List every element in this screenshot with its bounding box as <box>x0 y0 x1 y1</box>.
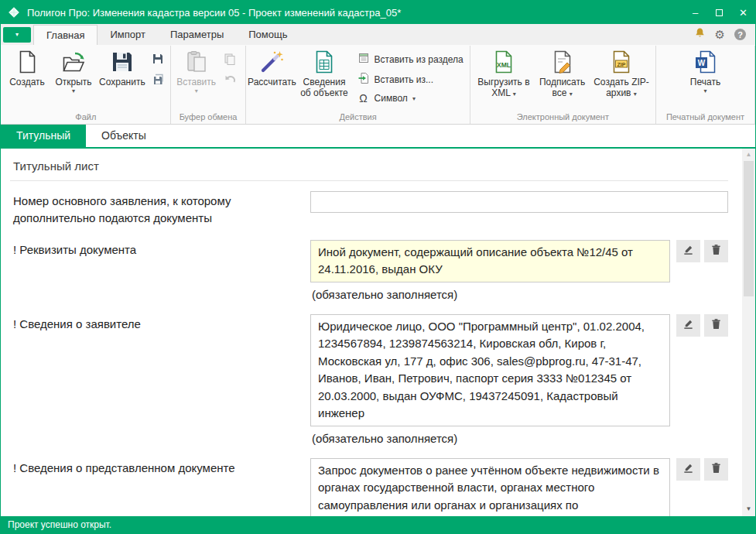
omega-icon: Ω <box>357 92 370 104</box>
document-requisites-value[interactable]: Иной документ, содержащий описание объек… <box>310 240 670 282</box>
content-area: Титульный лист Номер основного заявления… <box>1 149 755 516</box>
ribbon-group-file: Создать Открыть▾ Сохранить <box>2 46 171 124</box>
minimize-button[interactable]: – <box>683 1 707 24</box>
delete-applicant-info-button[interactable] <box>704 314 728 337</box>
save-copy-icon <box>152 74 164 88</box>
window-controls: – ✕ <box>683 1 755 24</box>
applicant-info-value[interactable]: Юридическое лицо, ООО "Программный центр… <box>310 314 670 426</box>
field-label: ! Сведения о представленном документе <box>10 458 310 517</box>
print-button[interactable]: W Печать▾ <box>682 46 729 112</box>
svg-text:W: W <box>697 59 705 67</box>
window-title: Полигон Про: Изменения кадастра версии 0… <box>27 7 401 19</box>
scroll-up-icon[interactable]: ▲ <box>742 151 755 158</box>
pencil-edit-icon <box>682 244 694 258</box>
save-as-button[interactable] <box>149 52 166 67</box>
magic-wand-icon <box>259 50 284 74</box>
edit-document-requisites-button[interactable] <box>676 240 700 262</box>
vertical-scrollbar[interactable]: ▲ ▼ <box>742 149 755 516</box>
form-row-applicant-info: ! Сведения о заявителе Юридическое лицо,… <box>10 314 728 445</box>
svg-text:ZIP: ZIP <box>617 62 626 67</box>
field-label: ! Реквизиты документа <box>10 240 310 301</box>
maximize-button[interactable] <box>707 1 731 24</box>
trash-icon <box>710 318 722 332</box>
ribbon: Создать Открыть▾ Сохранить <box>1 45 755 125</box>
object-info-button[interactable]: Сведения об объекте <box>295 46 353 112</box>
open-button[interactable]: Открыть▾ <box>50 46 97 112</box>
dropdown-arrow-icon: ▾ <box>176 88 216 94</box>
delete-document-requisites-button[interactable] <box>704 240 728 262</box>
form-row-document-requisites: ! Реквизиты документа Иной документ, сод… <box>10 240 728 301</box>
chevron-down-icon: ▾ <box>15 31 19 38</box>
insert-from-icon <box>357 72 370 87</box>
app-menu-button[interactable]: ▾ <box>3 27 31 43</box>
settings-gear-icon[interactable]: ⚙ <box>715 29 725 40</box>
close-button[interactable]: ✕ <box>731 1 755 24</box>
insert-from-button[interactable]: Вставить из... <box>357 72 464 87</box>
copy-icon <box>224 53 236 67</box>
dropdown-arrow-icon: ▾ <box>634 91 637 98</box>
symbol-button[interactable]: Ω Символ ▾ <box>357 92 464 104</box>
field-label: Номер основного заявления, к которому до… <box>10 191 310 227</box>
trash-icon <box>710 462 722 476</box>
notifications-bell-icon[interactable] <box>694 27 706 42</box>
zip-archive-icon: ZIP <box>609 50 634 74</box>
group-caption-actions: Действия <box>248 112 467 124</box>
scroll-down-icon[interactable]: ▼ <box>742 505 755 512</box>
trash-icon <box>710 244 722 258</box>
save-as-icon <box>152 53 164 67</box>
save-copy-button[interactable] <box>149 73 166 88</box>
tab-help[interactable]: Помощь <box>236 25 299 45</box>
undo-arrow-icon <box>224 74 236 88</box>
dropdown-arrow-icon: ▾ <box>412 95 416 102</box>
scrollbar-thumb[interactable] <box>744 161 754 296</box>
object-info-document-icon <box>312 50 337 74</box>
create-zip-button[interactable]: ZIP Создать ZIP-архив ▾ <box>590 46 653 112</box>
save-button[interactable]: Сохранить <box>97 46 148 112</box>
form-row-application-number: Номер основного заявления, к которому до… <box>10 191 728 227</box>
tab-import[interactable]: Импорт <box>97 25 157 45</box>
undo-button[interactable] <box>221 73 238 88</box>
dropdown-arrow-icon: ▾ <box>690 88 720 94</box>
calculate-button[interactable]: Рассчитать <box>248 46 295 112</box>
app-window: Полигон Про: Изменения кадастра версии 0… <box>0 0 756 534</box>
paste-button[interactable]: Вставить▾ <box>173 46 220 112</box>
save-floppy-icon <box>110 50 135 74</box>
ribbon-group-printdoc: W Печать▾ Печатный документ <box>656 46 755 124</box>
app-logo-diamond-icon <box>7 5 21 19</box>
tab-parameters[interactable]: Параметры <box>158 25 236 45</box>
tab-objects[interactable]: Объекты <box>86 125 162 147</box>
dropdown-arrow-icon: ▾ <box>513 91 516 98</box>
application-number-input[interactable] <box>310 191 728 213</box>
sign-document-pen-icon <box>550 50 575 74</box>
submitted-document-info-value[interactable]: Запрос документов о ранее учтённом объек… <box>310 458 670 517</box>
xml-document-icon: XML <box>491 50 516 74</box>
status-text: Проект успешно открыт. <box>8 519 111 530</box>
copy-button[interactable] <box>221 52 238 67</box>
new-document-icon <box>15 50 39 74</box>
tab-home[interactable]: Главная <box>33 25 97 45</box>
ribbon-group-edoc: XML Выгрузить в XML ▾ Подписать все ▾ ZI… <box>470 46 656 124</box>
tab-titular[interactable]: Титульный <box>1 125 86 147</box>
field-label: ! Сведения о заявителе <box>10 314 310 445</box>
edit-submitted-document-info-button[interactable] <box>676 458 700 481</box>
insert-from-section-button[interactable]: Вставить из раздела <box>357 52 464 67</box>
titlebar: Полигон Про: Изменения кадастра версии 0… <box>1 1 755 24</box>
pencil-edit-icon <box>682 318 694 332</box>
delete-submitted-document-info-button[interactable] <box>704 458 728 481</box>
group-caption-file: Файл <box>4 112 168 124</box>
create-button[interactable]: Создать <box>4 46 50 112</box>
ribbon-group-clipboard: Вставить▾ Буфер обмена <box>171 46 247 124</box>
page-title: Титульный лист <box>10 156 728 181</box>
edit-applicant-info-button[interactable] <box>676 314 700 337</box>
ribbon-group-actions: Рассчитать Сведения об объекте Вставить … <box>246 46 470 124</box>
paste-clipboard-icon <box>184 50 209 74</box>
maximize-icon <box>716 9 723 16</box>
sign-all-button[interactable]: Подписать все ▾ <box>535 46 590 112</box>
required-note: (обязательно заполняется) <box>310 282 670 301</box>
insert-from-section-icon <box>357 52 370 67</box>
document-tabs: Титульный Объекты <box>1 125 755 149</box>
help-icon[interactable]: ? <box>734 29 746 40</box>
export-xml-button[interactable]: XML Выгрузить в XML ▾ <box>473 46 535 112</box>
group-caption-printdoc: Печатный документ <box>659 112 752 124</box>
dropdown-arrow-icon: ▾ <box>570 91 573 98</box>
